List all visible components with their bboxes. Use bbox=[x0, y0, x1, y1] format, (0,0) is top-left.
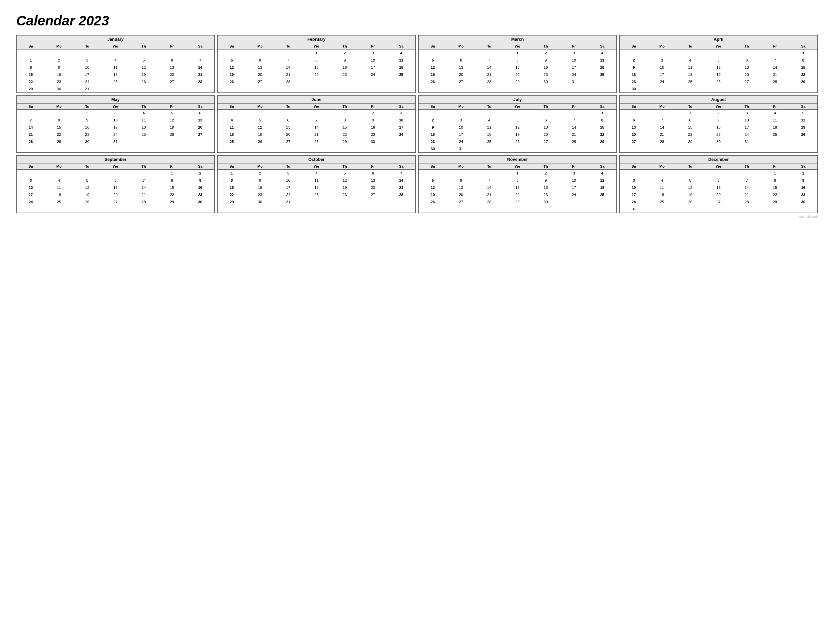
calendar-day: 7 bbox=[475, 177, 503, 184]
calendar-day: 6 bbox=[733, 56, 761, 64]
calendar-day bbox=[733, 85, 761, 92]
calendar-day bbox=[733, 169, 761, 177]
day-header-sa: Sa bbox=[789, 163, 817, 169]
calendar-day: 4 bbox=[475, 116, 503, 124]
day-header-su: Su bbox=[419, 103, 447, 110]
calendar-day: 17 bbox=[560, 184, 588, 191]
calendar-day bbox=[359, 198, 387, 205]
day-header-tu: Tu bbox=[676, 43, 704, 50]
day-header-su: Su bbox=[419, 43, 447, 50]
month-title: September bbox=[17, 156, 214, 163]
calendar-day bbox=[218, 50, 246, 56]
calendar-day: 9 bbox=[73, 116, 101, 124]
day-header-su: Su bbox=[218, 43, 246, 50]
month-title: March bbox=[419, 36, 616, 43]
calendar-day: 27 bbox=[101, 198, 130, 205]
calendar-day: 26 bbox=[704, 78, 733, 85]
day-header-fr: Fr bbox=[158, 103, 186, 110]
calendar-day bbox=[676, 169, 704, 177]
calendar-day: 2 bbox=[359, 110, 387, 116]
day-header-tu: Tu bbox=[274, 103, 302, 110]
calendar-day bbox=[17, 50, 45, 56]
calendar-day: 30 bbox=[620, 85, 648, 92]
day-header-sa: Sa bbox=[387, 103, 415, 110]
calendar-day: 27 bbox=[246, 78, 274, 85]
calendar-day: 31 bbox=[620, 205, 648, 213]
calendar-day: 10 bbox=[560, 177, 588, 184]
calendar-day: 15 bbox=[503, 184, 532, 191]
calendar-day: 18 bbox=[218, 131, 246, 138]
day-header-sa: Sa bbox=[588, 103, 616, 110]
month-title: October bbox=[218, 156, 415, 163]
day-header-th: Th bbox=[130, 163, 158, 169]
calendar-day: 7 bbox=[186, 56, 214, 64]
calendar-day: 16 bbox=[789, 184, 817, 191]
month-block-september: SeptemberSuMoTuWeThFrSa12345678910111213… bbox=[16, 155, 215, 213]
calendar-day: 11 bbox=[648, 184, 676, 191]
calendar-day: 5 bbox=[130, 56, 158, 64]
day-header-mo: Mo bbox=[45, 103, 73, 110]
calendar-day: 8 bbox=[45, 116, 73, 124]
calendar-day: 2 bbox=[331, 50, 359, 56]
calendar-day: 12 bbox=[704, 64, 733, 71]
calendar-day: 4 bbox=[302, 169, 331, 177]
calendar-day: 8 bbox=[503, 177, 532, 184]
calendar-day bbox=[130, 50, 158, 56]
month-title: January bbox=[17, 36, 214, 43]
calendar-day: 6 bbox=[359, 169, 387, 177]
calendar-day: 27 bbox=[447, 198, 475, 205]
calendar-day: 21 bbox=[130, 191, 158, 198]
calendar-day bbox=[503, 145, 532, 152]
calendar-day: 31 bbox=[73, 85, 101, 92]
calendar-day: 23 bbox=[620, 78, 648, 85]
day-header-sa: Sa bbox=[186, 103, 214, 110]
calendar-day bbox=[158, 138, 186, 145]
calendar-day: 5 bbox=[218, 56, 246, 64]
calendar-day: 11 bbox=[45, 184, 73, 191]
day-header-th: Th bbox=[733, 43, 761, 50]
day-header-fr: Fr bbox=[761, 103, 789, 110]
month-block-december: DecemberSuMoTuWeThFrSa123456789101112131… bbox=[619, 155, 818, 213]
calendar-day bbox=[620, 50, 648, 56]
calendar-day bbox=[274, 50, 302, 56]
calendar-day: 23 bbox=[532, 191, 560, 198]
calendar-day: 9 bbox=[532, 177, 560, 184]
month-title: April bbox=[620, 36, 817, 43]
calendar-day: 18 bbox=[676, 71, 704, 78]
calendar-day: 25 bbox=[130, 131, 158, 138]
day-header-mo: Mo bbox=[648, 163, 676, 169]
calendar-day: 9 bbox=[419, 124, 447, 131]
calendar-day: 10 bbox=[733, 116, 761, 124]
calendar-day bbox=[560, 110, 588, 116]
calendar-day: 18 bbox=[387, 64, 415, 71]
day-header-tu: Tu bbox=[73, 43, 101, 50]
day-header-mo: Mo bbox=[246, 103, 274, 110]
month-title: May bbox=[17, 96, 214, 103]
day-header-mo: Mo bbox=[648, 103, 676, 110]
calendar-day: 6 bbox=[620, 116, 648, 124]
calendar-day: 23 bbox=[359, 131, 387, 138]
calendar-day: 28 bbox=[475, 78, 503, 85]
month-table: SuMoTuWeThFrSa12345678910111213141516171… bbox=[419, 103, 616, 153]
month-block-march: MarchSuMoTuWeThFrSa123456789101112131415… bbox=[418, 35, 617, 93]
day-header-we: We bbox=[503, 163, 532, 169]
calendar-day bbox=[761, 205, 789, 213]
calendar-day: 2 bbox=[45, 56, 73, 64]
calendar-day: 24 bbox=[101, 131, 130, 138]
month-title: February bbox=[218, 36, 415, 43]
calendar-day: 20 bbox=[447, 71, 475, 78]
calendar-day: 1 bbox=[331, 110, 359, 116]
calendar-day bbox=[503, 110, 532, 116]
page-title: Calendar 2023 bbox=[16, 13, 818, 29]
calendar-day: 3 bbox=[274, 169, 302, 177]
day-header-tu: Tu bbox=[676, 103, 704, 110]
month-block-january: JanuarySuMoTuWeThFrSa1234567891011121314… bbox=[16, 35, 215, 93]
calendar-day bbox=[789, 138, 817, 145]
calendar-day: 16 bbox=[359, 124, 387, 131]
day-header-th: Th bbox=[532, 43, 560, 50]
day-header-we: We bbox=[704, 103, 733, 110]
calendar-day: 9 bbox=[186, 177, 214, 184]
calendar-day bbox=[359, 78, 387, 85]
calendar-day: 20 bbox=[733, 71, 761, 78]
calendar-day: 23 bbox=[704, 131, 733, 138]
